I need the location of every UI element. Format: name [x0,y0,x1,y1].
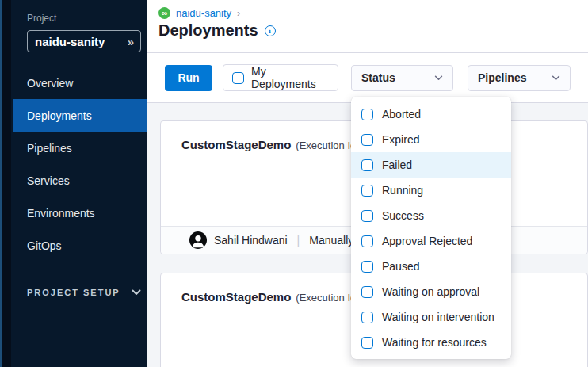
deployment-trigger: Manually [309,234,353,247]
sidebar-item-label: Services [27,174,70,187]
chevron-down-icon [434,75,443,81]
breadcrumb-chevron-icon: › [237,8,240,19]
toolbar: Run My Deployments Status Pipelines [147,53,588,103]
pipelines-filter-dropdown[interactable]: Pipelines [468,65,571,91]
chevron-down-icon [132,289,141,296]
status-option-checkbox[interactable] [361,261,373,273]
cd-module-icon: ∞ [158,7,170,19]
status-option-checkbox[interactable] [361,134,373,146]
my-deployments-label: My Deployments [251,65,329,90]
status-option-label: Running [382,184,423,197]
project-setup-toggle[interactable]: PROJECT SETUP [11,288,147,297]
status-option-label: Waiting for resources [382,336,487,349]
sidebar-nav: Overview Deployments Pipelines Services … [11,67,147,262]
project-selector[interactable]: naidu-sanity » [27,30,141,52]
status-option-running[interactable]: Running [351,178,511,203]
breadcrumb-project-link[interactable]: naidu-sanity [176,7,231,19]
module-strip [0,0,11,367]
status-option-label: Waiting on intervention [382,311,494,323]
project-name: naidu-sanity [35,35,105,48]
sidebar-item-deployments[interactable]: Deployments [13,99,147,132]
status-option-checkbox[interactable] [361,337,373,349]
status-option-label: Paused [382,260,419,273]
status-option-aborted[interactable]: Aborted [351,101,511,127]
avatar-icon [189,231,207,249]
sidebar-divider [27,273,132,273]
execution-id-label: (Execution Id [296,292,356,304]
sidebar-item-services[interactable]: Services [11,164,147,197]
execution-id-label: (Execution Id [296,140,356,151]
status-option-waiting-for-resources[interactable]: Waiting for resources [351,330,511,355]
status-filter-dropdown[interactable]: Status [351,65,453,91]
status-option-approval-rejected[interactable]: Approval Rejected [351,228,511,254]
info-icon[interactable]: i [265,25,276,36]
module-strip-accent [0,0,2,367]
status-option-success[interactable]: Success [351,203,511,228]
sidebar-item-label: Pipelines [27,142,72,155]
status-option-paused[interactable]: Paused [351,254,511,279]
breadcrumb: ∞ naidu-sanity › [158,7,588,19]
status-option-waiting-on-intervention[interactable]: Waiting on intervention [351,304,511,330]
status-option-checkbox[interactable] [361,185,373,197]
run-button[interactable]: Run [165,65,212,91]
status-option-label: Expired [382,133,419,146]
sidebar-item-environments[interactable]: Environments [11,197,147,229]
status-option-checkbox[interactable] [361,159,373,171]
project-label: Project [11,0,147,24]
sidebar-item-label: Environments [27,207,95,220]
status-filter-label: Status [361,71,395,84]
project-expand-icon[interactable]: » [128,35,133,48]
status-option-checkbox[interactable] [361,210,373,222]
status-filter-menu: Aborted Expired Failed Running Success A… [351,97,511,359]
pipeline-name: CustomStageDemo [181,138,291,151]
app-window: Project naidu-sanity » Overview Deployme… [0,0,588,367]
status-option-checkbox[interactable] [361,109,373,120]
sidebar-item-gitops[interactable]: GitOps [11,229,147,262]
status-option-checkbox[interactable] [361,235,373,247]
sidebar-item-overview[interactable]: Overview [11,67,147,99]
status-option-label: Waiting on approval [382,285,479,298]
status-option-checkbox[interactable] [361,312,373,323]
project-setup-label: PROJECT SETUP [27,288,120,297]
sidebar-item-label: GitOps [27,239,62,252]
chevron-down-icon [552,75,560,81]
sidebar-item-label: Deployments [27,109,92,122]
page-title: Deployments [158,21,258,40]
pipeline-name: CustomStageDemo [181,290,291,304]
status-option-label: Success [382,209,424,222]
status-option-label: Failed [382,159,412,171]
sidebar-content: Project naidu-sanity » Overview Deployme… [11,0,147,367]
page-header: ∞ naidu-sanity › Deployments i [147,0,588,53]
status-option-checkbox[interactable] [361,286,373,298]
status-option-failed[interactable]: Failed [351,152,511,178]
footer-separator: | [295,234,303,247]
title-row: Deployments i [158,21,588,40]
sidebar-item-label: Overview [27,77,73,90]
my-deployments-checkbox[interactable] [232,72,244,84]
status-option-waiting-on-approval[interactable]: Waiting on approval [351,279,511,304]
sidebar-item-pipelines[interactable]: Pipelines [11,132,147,164]
status-option-label: Approval Rejected [382,235,472,247]
pipelines-filter-label: Pipelines [478,71,526,84]
deployment-owner: Sahil Hindwani [214,234,288,247]
main-panel: ∞ naidu-sanity › Deployments i Run My De… [147,0,588,367]
my-deployments-button[interactable]: My Deployments [223,64,338,91]
status-option-label: Aborted [382,108,421,120]
status-option-expired[interactable]: Expired [351,127,511,152]
project-sidebar: Project naidu-sanity » Overview Deployme… [0,0,147,367]
